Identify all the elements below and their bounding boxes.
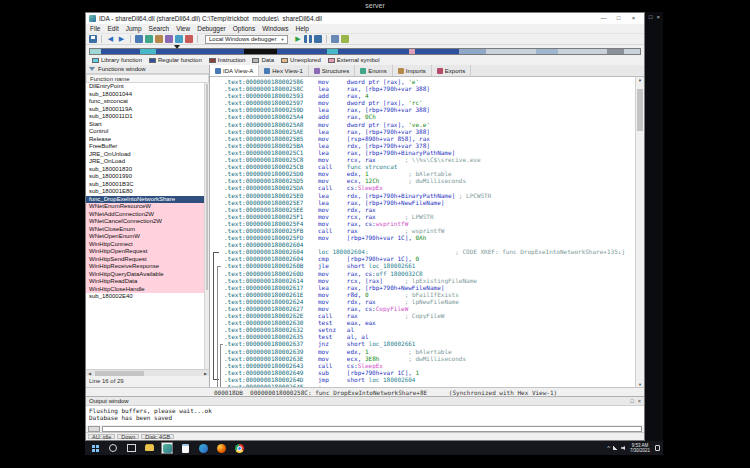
disasm-line[interactable]: .text:0000000180002617 lea rax, [rbp+790… (224, 284, 634, 291)
disasm-line[interactable]: .text:00000001800025EE mov rdx, rax (224, 206, 634, 213)
menu-debugger[interactable]: Debugger (197, 25, 226, 32)
disasm-line[interactable]: .text:000000018000264D jmp short loc_180… (224, 376, 634, 383)
segments-icon[interactable] (155, 35, 163, 43)
scroll-down-icon[interactable]: ▼ (636, 382, 644, 387)
command-input[interactable] (102, 426, 642, 432)
function-row[interactable]: WinHttpReceiveResponse (86, 263, 204, 271)
disasm-line[interactable]: .text:00000001800025C8 mov rcx, rax ; \\… (224, 156, 634, 163)
cli-selector[interactable] (88, 426, 100, 432)
disasm-line[interactable]: .text:00000001800025E0 lea rdx, [rbp+790… (224, 192, 634, 199)
disasm-line[interactable]: .text:00000001800025F4 mov rax, cs:wspri… (224, 220, 634, 227)
tab-exports[interactable]: Exports (432, 65, 471, 76)
disasm-line[interactable]: .text:00000001800025D5 mov ecx, 12Ch ; d… (224, 177, 634, 184)
taskbar-clock[interactable]: 9:53 AM 7/30/2021 (628, 443, 652, 453)
disasm-line[interactable]: .text:0000000180002637 jnz short loc_180… (224, 340, 634, 347)
menu-file[interactable]: File (90, 25, 100, 32)
scroll-thumb[interactable] (95, 371, 144, 376)
notifications-icon[interactable] (655, 445, 660, 451)
debugger-selector[interactable]: Local Windows debugger▼ (205, 35, 288, 44)
disasm-line[interactable]: .text:0000000180002593 add rax, 4 (224, 92, 634, 99)
back-icon[interactable]: ◀ (106, 35, 115, 43)
disasm-line[interactable]: .text:0000000180002635 test al, al (224, 333, 634, 340)
scroll-left-icon[interactable]: ◀ (86, 371, 93, 376)
tab-enums[interactable]: Enums (355, 65, 393, 76)
tray-expand-icon[interactable]: ^ (607, 445, 610, 451)
disasm-line[interactable]: .text:00000001800025A8 mov dword ptr [ra… (224, 121, 634, 128)
tab-structures[interactable]: Structures (309, 65, 355, 76)
disasm-line[interactable]: .text:0000000180002630 test eax, eax (224, 319, 634, 326)
function-row[interactable]: WNetEnumResourceW (86, 203, 204, 211)
disasm-line[interactable]: .text:0000000180002586 mov dword ptr [ra… (224, 78, 634, 85)
tab-ida-view-a[interactable]: IDA View-A (210, 65, 259, 76)
close-icon[interactable]: × (656, 14, 660, 20)
disasm-line[interactable]: .text:00000001800025FB call rax ; wsprin… (224, 227, 634, 234)
close-button[interactable]: × (626, 13, 641, 24)
restore-icon[interactable]: □ (649, 14, 653, 20)
function-row[interactable]: WNetOpenEnumW (86, 233, 204, 241)
disasm-line[interactable]: .text:00000001800025CB call func_strconc… (224, 163, 634, 170)
function-row[interactable]: WNetAddConnection2W (86, 211, 204, 219)
disasm-line[interactable]: .text:000000018000259D lea rax, [rbp+790… (224, 106, 634, 113)
disasm-line[interactable]: .text:0000000180002643 call cs:SleepEx (224, 362, 634, 369)
function-row[interactable]: sub_1800011D1 (86, 113, 204, 121)
enums-icon[interactable] (175, 35, 183, 43)
chrome-icon[interactable] (233, 442, 245, 454)
function-row[interactable]: WNetCancelConnection2W (86, 218, 204, 226)
disasm-line[interactable]: .text:00000001800025FD mov [rbp+790h+var… (224, 234, 634, 241)
disasm-line[interactable]: .text:00000001800025C1 lea rax, [rbp+790… (224, 149, 634, 156)
menu-search[interactable]: Search (149, 25, 170, 32)
function-row[interactable]: FreeBuffer (86, 143, 204, 151)
disasm-line[interactable]: .text:0000000180002639 mov edx, 1 ; bAle… (224, 348, 634, 355)
function-row[interactable]: WinHttpSendRequest (86, 256, 204, 264)
minimize-button[interactable]: — (596, 13, 611, 24)
navigation-band[interactable] (89, 48, 641, 55)
function-row[interactable]: sub_180001044 (86, 91, 204, 99)
disasm-line[interactable]: .text:0000000180002627 mov rax, cs:CopyF… (224, 305, 634, 312)
tab-hex-view-1[interactable]: Hex View-1 (259, 65, 309, 76)
disasm-line[interactable]: .text:00000001800025BA lea rdx, [rbp+790… (224, 142, 634, 149)
scroll-up-icon[interactable]: ▲ (636, 77, 644, 82)
strings-window-icon[interactable] (145, 35, 153, 43)
xrefs-icon[interactable] (185, 35, 193, 43)
functions-window-icon[interactable] (135, 35, 143, 43)
edge-icon[interactable] (197, 442, 209, 454)
output-restore-icon[interactable]: □ (630, 398, 633, 404)
function-row[interactable]: func_DropExeIntoNetworkShare (86, 196, 204, 204)
step-icon[interactable] (341, 35, 349, 43)
menu-help[interactable]: Help (296, 25, 309, 32)
disasm-line[interactable]: .text:0000000180002624 mov rdx, rax ; lp… (224, 298, 634, 305)
disasm-line[interactable]: .text:00000001800025DA call cs:SleepEx (224, 184, 634, 191)
disasm-line[interactable]: .text:0000000180002614 mov rcx, [rax] ; … (224, 277, 634, 284)
disasm-line[interactable]: .text:000000018000260B jle short loc_180… (224, 262, 634, 269)
function-row[interactable]: sub_180001830 (86, 166, 204, 174)
tab-imports[interactable]: Imports (393, 65, 432, 76)
menu-windows[interactable]: Windows (262, 25, 288, 32)
disassembly-view[interactable]: .text:0000000180002586 mov dword ptr [ra… (210, 77, 644, 387)
function-row[interactable]: WinHttpQueryDataAvailable (86, 271, 204, 279)
firefox-icon[interactable] (215, 442, 227, 454)
structures-icon[interactable] (165, 35, 173, 43)
function-row[interactable]: JRE_OnLoad (86, 158, 204, 166)
scroll-right-icon[interactable]: ▶ (202, 371, 209, 376)
disasm-line[interactable]: .text:0000000180002597 mov dword ptr [ra… (224, 99, 634, 106)
ida-icon[interactable] (161, 442, 173, 454)
maximize-button[interactable]: □ (611, 13, 626, 24)
menu-options[interactable]: Options (233, 25, 255, 32)
save-icon[interactable] (89, 35, 97, 43)
function-row[interactable]: WNetCloseEnum (86, 226, 204, 234)
disasm-line[interactable]: .text:0000000180002649 sub [rbp+790h+var… (224, 369, 634, 376)
functions-panel-titlebar[interactable]: Functions window (86, 65, 209, 74)
function-row[interactable]: WinHttpCloseHandle (86, 286, 204, 294)
function-row[interactable]: WinHttpConnect (86, 241, 204, 249)
function-row[interactable]: sub_180001990 (86, 173, 204, 181)
function-row[interactable]: func_strconcat (86, 98, 204, 106)
ida-titlebar[interactable]: IDA - shareDll64.dll (shareDll64.dll) C:… (86, 13, 644, 24)
disasm-line[interactable]: .text:00000001800025E7 lea rax, [rbp+790… (224, 199, 634, 206)
forward-icon[interactable]: ▶ (117, 35, 126, 43)
start-button[interactable] (89, 442, 101, 454)
output-log[interactable]: Flushing buffers, please wait...okDataba… (86, 406, 644, 425)
function-row[interactable]: Control (86, 128, 204, 136)
disasm-line[interactable]: .text:000000018000262E call rax ; CopyFi… (224, 312, 634, 319)
disasm-line[interactable]: .text:000000018000261E mov r8d, 0 ; bFai… (224, 291, 634, 298)
function-row[interactable]: JRE_OnUnload (86, 151, 204, 159)
